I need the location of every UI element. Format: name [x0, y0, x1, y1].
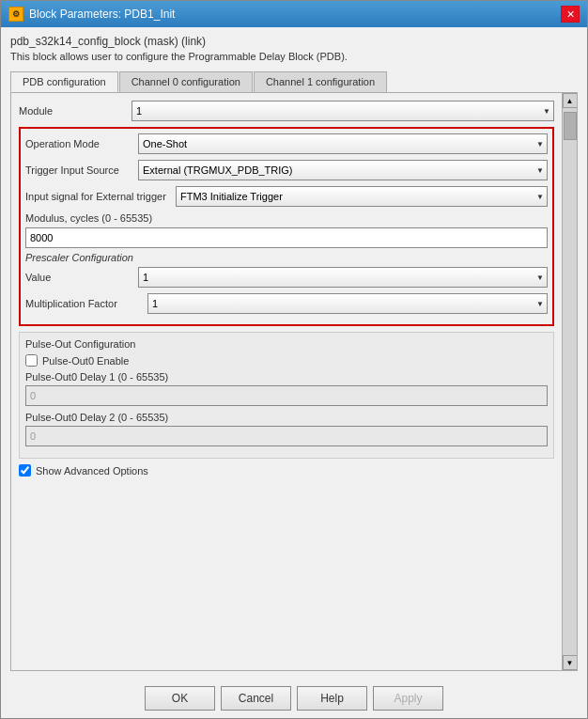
multiplication-factor-select[interactable]: 1 2 4 8	[147, 293, 548, 314]
close-button[interactable]: ✕	[561, 6, 580, 23]
footer-buttons: OK Cancel Help Apply	[1, 679, 587, 718]
title-bar: ⚙ Block Parameters: PDB1_Init ✕	[1, 1, 587, 27]
main-window: ⚙ Block Parameters: PDB1_Init ✕ pdb_s32k…	[0, 0, 588, 719]
modulus-label: Modulus, cycles (0 - 65535)	[25, 212, 548, 224]
module-label: Module	[19, 105, 132, 117]
trigger-input-label: Trigger Input Source	[25, 164, 138, 176]
prescaler-title: Prescaler Configuration	[25, 252, 548, 263]
multiplication-factor-wrapper: 1 2 4 8	[147, 293, 548, 314]
prescaler-value-label: Value	[25, 272, 138, 283]
multiplication-factor-label: Multiplication Factor	[25, 298, 147, 309]
scroll-down-button[interactable]: ▼	[563, 655, 578, 670]
tab-channel1[interactable]: Channel 1 configuration	[254, 71, 387, 92]
scroll-up-button[interactable]: ▲	[563, 93, 578, 108]
ok-button[interactable]: OK	[145, 686, 215, 711]
input-signal-label: Input signal for External trigger	[25, 191, 176, 202]
prescaler-value-wrapper: 1 2 4 8	[138, 267, 548, 288]
pulse-out-title: Pulse-Out Configuration	[25, 338, 548, 350]
module-select[interactable]: 1	[132, 101, 554, 121]
pulse-out0-enable-checkbox[interactable]	[25, 354, 38, 367]
input-signal-wrapper: FTM3 Initialize Trigger FTM0 Initialize …	[176, 186, 548, 207]
scrollbar: ▲ ▼	[562, 93, 577, 670]
main-panel-wrapper: Module 1 Operation Mode One-Sho	[10, 92, 578, 671]
tab-pdb[interactable]: PDB configuration	[10, 71, 118, 92]
tab-channel0[interactable]: Channel 0 configuration	[119, 71, 253, 92]
content-area: pdb_s32k14_config_block (mask) (link) Th…	[1, 27, 587, 679]
description: This block allows user to configure the …	[10, 50, 578, 64]
apply-button[interactable]: Apply	[373, 686, 443, 711]
pulse-out-section: Pulse-Out Configuration Pulse-Out0 Enabl…	[19, 332, 554, 459]
pulse-out0-enable-row: Pulse-Out0 Enable	[25, 354, 548, 367]
title-controls: ✕	[561, 6, 580, 23]
pulse-out0-delay1-label: Pulse-Out0 Delay 1 (0 - 65535)	[25, 371, 548, 383]
trigger-input-row: Trigger Input Source External (TRGMUX_PD…	[25, 160, 548, 180]
operation-mode-select[interactable]: One-Shot Continuous Back-to-Back	[138, 133, 548, 154]
operation-mode-label: Operation Mode	[25, 138, 138, 149]
show-advanced-label: Show Advanced Options	[36, 465, 148, 477]
operation-mode-wrapper: One-Shot Continuous Back-to-Back	[138, 133, 548, 154]
operation-mode-row: Operation Mode One-Shot Continuous Back-…	[25, 133, 548, 154]
pulse-out0-enable-label: Pulse-Out0 Enable	[42, 355, 129, 367]
window-title: Block Parameters: PDB1_Init	[29, 8, 175, 21]
red-bordered-section: Operation Mode One-Shot Continuous Back-…	[19, 127, 554, 326]
pulse-out0-delay1-input	[25, 385, 548, 406]
input-signal-row: Input signal for External trigger FTM3 I…	[25, 186, 548, 207]
trigger-input-select[interactable]: External (TRGMUX_PDB_TRIG) Software Trig…	[138, 160, 548, 180]
cancel-button[interactable]: Cancel	[221, 686, 291, 711]
subtitle: pdb_s32k14_config_block (mask) (link)	[10, 35, 578, 48]
pulse-out0-delay2-label: Pulse-Out0 Delay 2 (0 - 65535)	[25, 412, 548, 423]
show-advanced-checkbox[interactable]	[19, 464, 31, 477]
input-signal-select[interactable]: FTM3 Initialize Trigger FTM0 Initialize …	[176, 186, 548, 207]
module-row: Module 1	[19, 101, 554, 121]
advanced-options-row: Show Advanced Options	[19, 464, 554, 477]
tabs-container: PDB configuration Channel 0 configuratio…	[10, 71, 578, 92]
scrollbar-thumb[interactable]	[564, 112, 577, 140]
prescaler-value-row: Value 1 2 4 8	[25, 267, 548, 288]
multiplication-factor-row: Multiplication Factor 1 2 4 8	[25, 293, 548, 314]
pulse-out0-delay2-input	[25, 426, 548, 446]
prescaler-value-select[interactable]: 1 2 4 8	[138, 267, 548, 288]
trigger-input-wrapper: External (TRGMUX_PDB_TRIG) Software Trig…	[138, 160, 548, 180]
help-button[interactable]: Help	[297, 686, 367, 711]
modulus-input[interactable]	[25, 227, 548, 248]
window-icon: ⚙	[8, 7, 23, 22]
panel-content: Module 1 Operation Mode One-Sho	[11, 93, 562, 670]
module-select-wrapper: 1	[132, 101, 554, 121]
